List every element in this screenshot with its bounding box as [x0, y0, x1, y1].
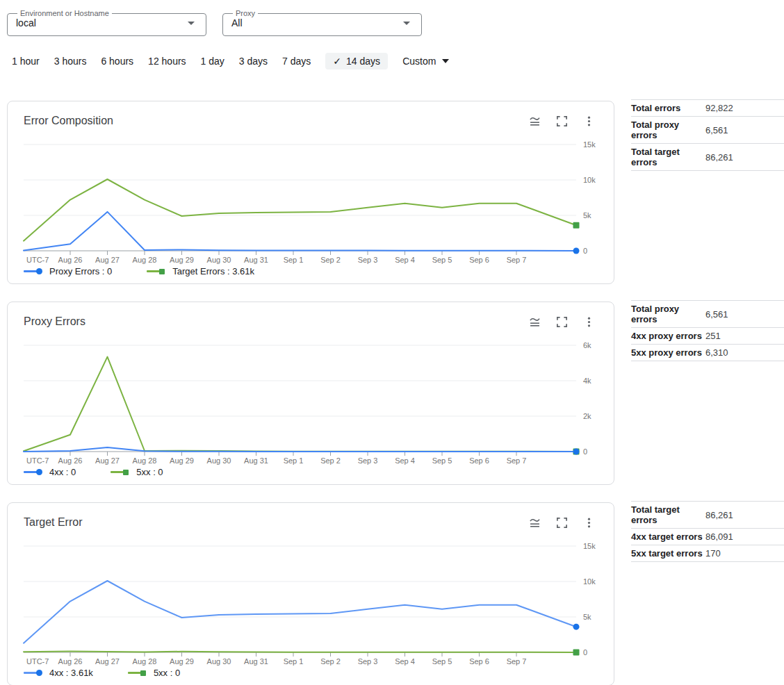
chart-title: Error Composition: [24, 115, 113, 127]
time-range-7-days[interactable]: 7 days: [282, 56, 311, 67]
x-axis-label: Sep 5: [432, 456, 452, 465]
y-axis-label: 5k: [583, 613, 591, 621]
legend-item-proxy-errors[interactable]: Proxy Errors : 0: [24, 266, 112, 277]
summary-row-total-proxy-errors: Total proxy errors6,561: [631, 300, 784, 328]
x-axis-label: Sep 6: [469, 456, 489, 465]
dropdown-arrow-icon: [188, 22, 195, 25]
more-options-icon: [582, 115, 596, 128]
end-marker-dot-4xx: [573, 449, 580, 455]
time-range-label: 6 hours: [101, 56, 133, 67]
time-range-custom[interactable]: Custom: [402, 56, 449, 67]
y-axis-label: 10k: [583, 577, 596, 586]
summary-row-total-target-errors: Total target errors86,261: [631, 144, 784, 171]
y-axis-label: 15k: [583, 140, 596, 149]
y-axis-label: 10k: [583, 176, 596, 184]
chart-style-icon: [528, 516, 541, 529]
proxy-select-value: All: [231, 17, 243, 28]
summary-label: Total target errors: [631, 504, 705, 525]
x-axis-label: Aug 31: [244, 657, 268, 666]
more-options-icon-button[interactable]: [582, 315, 596, 329]
end-marker-square-target-errors: [573, 222, 580, 229]
chart-style-icon-button[interactable]: [528, 515, 541, 529]
proxy-select[interactable]: Proxy All: [222, 10, 422, 36]
environment-select[interactable]: Environment or Hostname local: [7, 10, 206, 36]
time-range-12-hours[interactable]: 12 hours: [148, 56, 186, 67]
fullscreen-icon-button[interactable]: [555, 515, 569, 529]
end-marker-square-5xx: [573, 650, 580, 656]
x-axis-label: Sep 5: [432, 256, 452, 264]
summary-row-total-errors: Total errors92,822: [631, 99, 784, 117]
x-axis-label: Sep 2: [320, 456, 341, 465]
summary-value: 170: [705, 548, 721, 559]
chart-style-icon-button[interactable]: [528, 315, 541, 329]
time-range-label: 3 hours: [54, 56, 87, 67]
x-axis-label: Aug 27: [95, 256, 120, 264]
legend-label: 4xx : 0: [49, 467, 76, 477]
series-line-4xx: [24, 447, 576, 452]
fullscreen-icon-button[interactable]: [555, 315, 569, 329]
chart-plot-error-composition[interactable]: Aug 26Aug 27Aug 28Aug 29Aug 30Aug 31Sep …: [8, 133, 614, 265]
legend-square-marker-icon: [111, 468, 129, 476]
summary-value: 6,561: [705, 309, 728, 320]
legend-item-target-errors[interactable]: Target Errors : 3.61k: [147, 266, 254, 277]
chart-style-icon: [528, 315, 541, 329]
x-axis-label: Aug 30: [207, 657, 231, 666]
summary-row-4xx-target-errors: 4xx target errors86,091: [631, 529, 784, 545]
summary-label: Total target errors: [631, 147, 705, 167]
x-axis-label: Sep 7: [507, 657, 527, 666]
legend-item-4xx[interactable]: 4xx : 0: [24, 467, 76, 477]
time-range-label: 1 day: [201, 56, 224, 67]
time-range-3-hours[interactable]: 3 hours: [54, 56, 87, 67]
legend-label: Proxy Errors : 0: [49, 266, 112, 277]
x-axis-label: Sep 1: [284, 456, 304, 465]
proxy-errors-row: Proxy Errors Aug 26Aug 27Aug 28Aug 29Aug…: [7, 302, 784, 485]
error-composition-card: Error Composition Aug 26Aug 27Aug 28Aug …: [7, 101, 614, 284]
x-axis-label: Sep 4: [395, 256, 415, 264]
proxy-errors-summary-table: Total proxy errors6,5614xx proxy errors2…: [631, 300, 784, 361]
summary-row-4xx-proxy-errors: 4xx proxy errors251: [631, 328, 784, 345]
chart-style-icon-button[interactable]: [528, 114, 541, 128]
time-range-3-days[interactable]: 3 days: [239, 56, 268, 67]
target-error-card: Target Error Aug 26Aug 27Aug 28Aug 29Aug…: [7, 502, 614, 685]
legend-item-4xx[interactable]: 4xx : 3.61k: [24, 668, 93, 678]
more-options-icon-button[interactable]: [582, 114, 596, 128]
time-range-6-hours[interactable]: 6 hours: [101, 56, 133, 67]
y-axis-label: 15k: [583, 542, 596, 550]
x-axis-label: Aug 30: [207, 456, 231, 465]
summary-value: 86,261: [705, 152, 733, 163]
x-axis-label: Sep 6: [469, 256, 489, 264]
legend-item-5xx[interactable]: 5xx : 0: [128, 668, 180, 678]
chart-plot-proxy-errors[interactable]: Aug 26Aug 27Aug 28Aug 29Aug 30Aug 31Sep …: [8, 334, 614, 466]
legend-item-5xx[interactable]: 5xx : 0: [111, 467, 163, 477]
x-axis-label: Aug 28: [133, 657, 157, 666]
time-range-1-hour[interactable]: 1 hour: [12, 56, 40, 67]
x-axis-label: Sep 7: [507, 256, 527, 264]
summary-label: Total proxy errors: [631, 119, 705, 140]
series-line-4xx: [24, 581, 576, 643]
more-options-icon-button[interactable]: [582, 515, 596, 529]
y-axis-label: 0: [583, 247, 587, 255]
total-errors-summary-table: Total errors92,822Total proxy errors6,56…: [631, 99, 784, 171]
end-marker-dot-4xx: [573, 624, 580, 630]
x-axis-label: Aug 26: [58, 657, 83, 666]
x-axis-label: Aug 28: [133, 256, 157, 264]
time-range-14-days[interactable]: ✓14 days: [325, 53, 388, 69]
x-axis-label: Aug 27: [95, 456, 120, 465]
time-range-1-day[interactable]: 1 day: [201, 56, 224, 67]
fullscreen-icon: [555, 516, 569, 529]
legend-label: 4xx : 3.61k: [49, 668, 93, 678]
chart-title: Target Error: [24, 516, 82, 529]
y-axis-label: 0: [583, 648, 587, 657]
chevron-down-icon: [442, 59, 449, 63]
x-axis-label: Sep 4: [395, 456, 415, 465]
timezone-label: UTC-7: [26, 456, 49, 465]
fullscreen-icon-button[interactable]: [555, 114, 569, 128]
time-range-label: 3 days: [239, 56, 268, 67]
legend-square-marker-icon: [128, 669, 147, 677]
summary-row-5xx-target-errors: 5xx target errors170: [631, 545, 784, 562]
fullscreen-icon: [555, 115, 569, 128]
y-axis-label: 6k: [583, 341, 591, 349]
chart-plot-target-error[interactable]: Aug 26Aug 27Aug 28Aug 29Aug 30Aug 31Sep …: [8, 535, 614, 667]
check-icon: ✓: [333, 56, 341, 67]
legend-dot-marker-icon: [24, 267, 42, 275]
